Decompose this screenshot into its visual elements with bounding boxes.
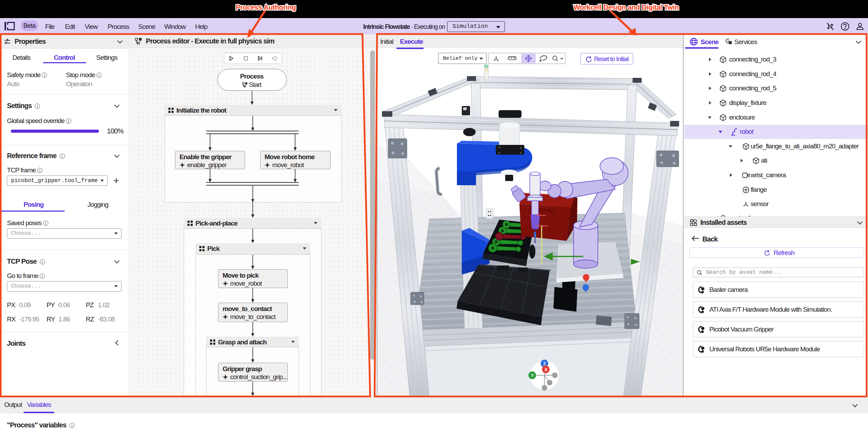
- svg-text:Process Authoring: Process Authoring: [236, 3, 296, 11]
- svg-text:Workcell Design and Digital Tw: Workcell Design and Digital Twin: [574, 3, 679, 11]
